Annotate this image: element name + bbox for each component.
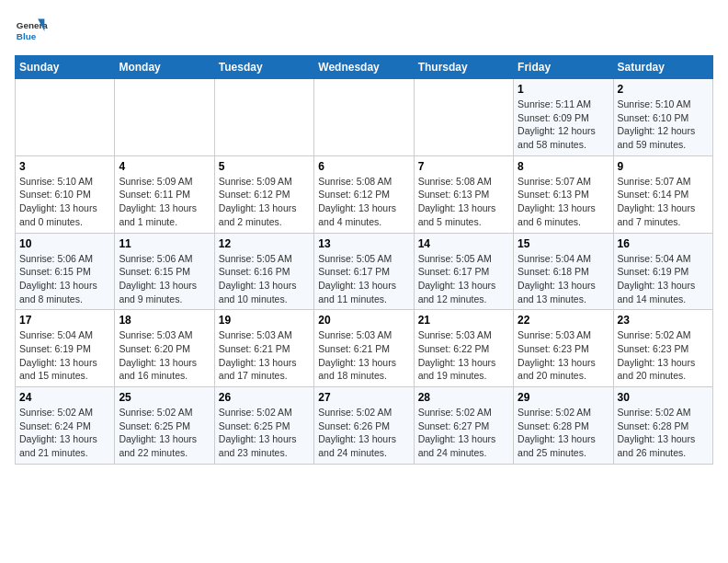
day-number: 23 [618, 314, 709, 327]
day-info: Sunrise: 5:02 AM Sunset: 6:24 PM Dayligh… [19, 406, 110, 460]
day-info: Sunrise: 5:03 AM Sunset: 6:23 PM Dayligh… [518, 328, 609, 383]
calendar-cell: 30Sunrise: 5:02 AM Sunset: 6:28 PM Dayli… [613, 387, 712, 465]
day-info: Sunrise: 5:04 AM Sunset: 6:19 PM Dayligh… [19, 328, 110, 383]
day-info: Sunrise: 5:05 AM Sunset: 6:17 PM Dayligh… [418, 252, 509, 306]
day-number: 27 [318, 391, 409, 404]
day-info: Sunrise: 5:03 AM Sunset: 6:22 PM Dayligh… [418, 328, 509, 383]
weekday-header-wednesday: Wednesday [314, 56, 414, 79]
day-info: Sunrise: 5:11 AM Sunset: 6:09 PM Dayligh… [518, 98, 609, 152]
calendar-cell: 13Sunrise: 5:05 AM Sunset: 6:17 PM Dayli… [314, 233, 414, 310]
calendar-cell: 7Sunrise: 5:08 AM Sunset: 6:13 PM Daylig… [414, 155, 513, 233]
calendar-cell [16, 79, 115, 156]
calendar-cell: 2Sunrise: 5:10 AM Sunset: 6:10 PM Daylig… [613, 79, 712, 156]
day-number: 7 [418, 160, 509, 173]
day-number: 2 [618, 83, 709, 96]
calendar-cell: 10Sunrise: 5:06 AM Sunset: 6:15 PM Dayli… [16, 233, 115, 310]
week-row-4: 17Sunrise: 5:04 AM Sunset: 6:19 PM Dayli… [16, 310, 713, 387]
day-number: 13 [318, 237, 409, 250]
calendar-cell: 12Sunrise: 5:05 AM Sunset: 6:16 PM Dayli… [214, 233, 313, 310]
day-number: 18 [119, 314, 210, 327]
day-number: 15 [518, 237, 609, 250]
day-number: 11 [119, 237, 210, 250]
day-number: 29 [518, 391, 609, 404]
day-number: 4 [119, 160, 210, 173]
day-info: Sunrise: 5:04 AM Sunset: 6:18 PM Dayligh… [518, 252, 609, 306]
day-info: Sunrise: 5:03 AM Sunset: 6:21 PM Dayligh… [219, 328, 310, 383]
calendar-cell: 4Sunrise: 5:09 AM Sunset: 6:11 PM Daylig… [115, 155, 214, 233]
day-number: 6 [318, 160, 409, 173]
weekday-header-row: SundayMondayTuesdayWednesdayThursdayFrid… [16, 56, 713, 79]
day-number: 12 [219, 237, 310, 250]
day-info: Sunrise: 5:09 AM Sunset: 6:11 PM Dayligh… [119, 175, 210, 229]
day-number: 21 [418, 314, 509, 327]
day-info: Sunrise: 5:04 AM Sunset: 6:19 PM Dayligh… [618, 252, 709, 306]
day-info: Sunrise: 5:10 AM Sunset: 6:10 PM Dayligh… [19, 175, 110, 229]
week-row-5: 24Sunrise: 5:02 AM Sunset: 6:24 PM Dayli… [16, 387, 713, 465]
calendar-cell: 28Sunrise: 5:02 AM Sunset: 6:27 PM Dayli… [414, 387, 513, 465]
day-number: 22 [518, 314, 609, 327]
day-number: 26 [219, 391, 310, 404]
day-info: Sunrise: 5:06 AM Sunset: 6:15 PM Dayligh… [19, 252, 110, 306]
day-info: Sunrise: 5:02 AM Sunset: 6:25 PM Dayligh… [219, 406, 310, 460]
calendar-cell: 14Sunrise: 5:05 AM Sunset: 6:17 PM Dayli… [414, 233, 513, 310]
day-number: 28 [418, 391, 509, 404]
calendar-cell: 21Sunrise: 5:03 AM Sunset: 6:22 PM Dayli… [414, 310, 513, 387]
day-info: Sunrise: 5:03 AM Sunset: 6:21 PM Dayligh… [318, 328, 409, 383]
calendar-cell: 9Sunrise: 5:07 AM Sunset: 6:14 PM Daylig… [613, 155, 712, 233]
day-info: Sunrise: 5:03 AM Sunset: 6:20 PM Dayligh… [119, 328, 210, 383]
day-number: 16 [618, 237, 709, 250]
calendar-cell: 18Sunrise: 5:03 AM Sunset: 6:20 PM Dayli… [115, 310, 214, 387]
day-info: Sunrise: 5:07 AM Sunset: 6:14 PM Dayligh… [618, 175, 709, 229]
logo: GeneralBlue [15, 15, 48, 48]
calendar-cell: 26Sunrise: 5:02 AM Sunset: 6:25 PM Dayli… [214, 387, 313, 465]
svg-text:Blue: Blue [17, 31, 37, 41]
day-info: Sunrise: 5:06 AM Sunset: 6:15 PM Dayligh… [119, 252, 210, 306]
calendar-cell: 23Sunrise: 5:02 AM Sunset: 6:23 PM Dayli… [613, 310, 712, 387]
calendar-cell: 3Sunrise: 5:10 AM Sunset: 6:10 PM Daylig… [16, 155, 115, 233]
logo-icon: GeneralBlue [15, 15, 48, 48]
day-number: 19 [219, 314, 310, 327]
calendar-cell: 17Sunrise: 5:04 AM Sunset: 6:19 PM Dayli… [16, 310, 115, 387]
day-number: 14 [418, 237, 509, 250]
day-info: Sunrise: 5:02 AM Sunset: 6:23 PM Dayligh… [618, 328, 709, 383]
day-number: 20 [318, 314, 409, 327]
day-number: 5 [219, 160, 310, 173]
calendar-cell: 16Sunrise: 5:04 AM Sunset: 6:19 PM Dayli… [613, 233, 712, 310]
weekday-header-saturday: Saturday [613, 56, 712, 79]
calendar-cell: 27Sunrise: 5:02 AM Sunset: 6:26 PM Dayli… [314, 387, 414, 465]
day-info: Sunrise: 5:05 AM Sunset: 6:17 PM Dayligh… [318, 252, 409, 306]
calendar-cell [115, 79, 214, 156]
page-header: GeneralBlue [15, 15, 713, 48]
day-number: 17 [19, 314, 110, 327]
calendar-cell: 11Sunrise: 5:06 AM Sunset: 6:15 PM Dayli… [115, 233, 214, 310]
calendar-cell: 5Sunrise: 5:09 AM Sunset: 6:12 PM Daylig… [214, 155, 313, 233]
day-info: Sunrise: 5:02 AM Sunset: 6:26 PM Dayligh… [318, 406, 409, 460]
day-info: Sunrise: 5:09 AM Sunset: 6:12 PM Dayligh… [219, 175, 310, 229]
calendar-cell: 19Sunrise: 5:03 AM Sunset: 6:21 PM Dayli… [214, 310, 313, 387]
day-number: 24 [19, 391, 110, 404]
day-number: 8 [518, 160, 609, 173]
week-row-2: 3Sunrise: 5:10 AM Sunset: 6:10 PM Daylig… [16, 155, 713, 233]
calendar-cell: 6Sunrise: 5:08 AM Sunset: 6:12 PM Daylig… [314, 155, 414, 233]
day-info: Sunrise: 5:05 AM Sunset: 6:16 PM Dayligh… [219, 252, 310, 306]
day-info: Sunrise: 5:02 AM Sunset: 6:28 PM Dayligh… [518, 406, 609, 460]
day-number: 30 [618, 391, 709, 404]
day-info: Sunrise: 5:07 AM Sunset: 6:13 PM Dayligh… [518, 175, 609, 229]
calendar-cell: 1Sunrise: 5:11 AM Sunset: 6:09 PM Daylig… [514, 79, 613, 156]
week-row-3: 10Sunrise: 5:06 AM Sunset: 6:15 PM Dayli… [16, 233, 713, 310]
day-info: Sunrise: 5:10 AM Sunset: 6:10 PM Dayligh… [618, 98, 709, 152]
day-info: Sunrise: 5:08 AM Sunset: 6:13 PM Dayligh… [418, 175, 509, 229]
day-number: 25 [119, 391, 210, 404]
day-info: Sunrise: 5:02 AM Sunset: 6:28 PM Dayligh… [618, 406, 709, 460]
calendar-cell: 20Sunrise: 5:03 AM Sunset: 6:21 PM Dayli… [314, 310, 414, 387]
day-number: 3 [19, 160, 110, 173]
calendar-cell: 15Sunrise: 5:04 AM Sunset: 6:18 PM Dayli… [514, 233, 613, 310]
calendar-cell: 25Sunrise: 5:02 AM Sunset: 6:25 PM Dayli… [115, 387, 214, 465]
calendar-cell: 24Sunrise: 5:02 AM Sunset: 6:24 PM Dayli… [16, 387, 115, 465]
week-row-1: 1Sunrise: 5:11 AM Sunset: 6:09 PM Daylig… [16, 79, 713, 156]
calendar-table: SundayMondayTuesdayWednesdayThursdayFrid… [15, 55, 713, 465]
day-number: 9 [618, 160, 709, 173]
day-number: 1 [518, 83, 609, 96]
day-info: Sunrise: 5:08 AM Sunset: 6:12 PM Dayligh… [318, 175, 409, 229]
calendar-cell [214, 79, 313, 156]
